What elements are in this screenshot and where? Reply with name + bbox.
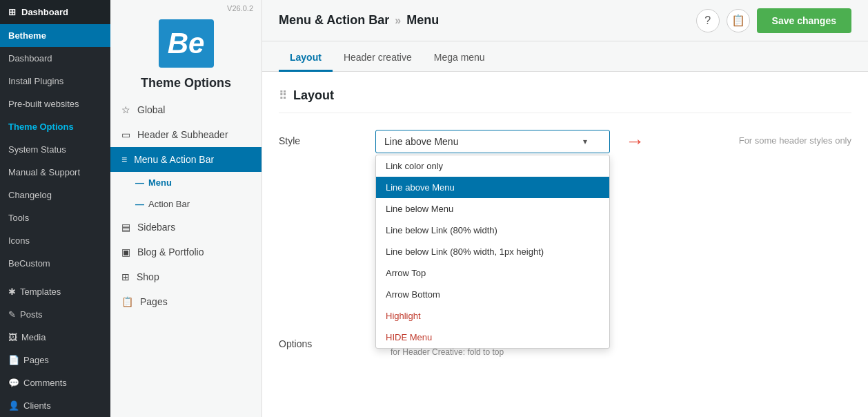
nav-sidebars-label: Sidebars: [137, 222, 175, 233]
submenu-fold-sub: for Header Creative: fold to top: [391, 347, 517, 357]
nav-pages-label: Pages: [140, 296, 168, 307]
nav-item-sidebars[interactable]: ▤ Sidebars: [110, 215, 262, 240]
blog-portfolio-icon: ▣: [121, 246, 130, 258]
version-label: V26.0.2: [110, 0, 262, 12]
style-hint: For some header styles only: [739, 130, 851, 146]
middle-panel: V26.0.2 Be Theme Options ☆ Global ▭ Head…: [110, 0, 262, 417]
sidebar-item-theme-options[interactable]: Theme Options: [0, 115, 110, 138]
posts-icon: ✎: [8, 309, 16, 320]
grid-icon: ⊞: [8, 7, 16, 17]
sidebar-item-changelog[interactable]: Changelog: [0, 184, 110, 206]
top-bar: Menu & Action Bar » Menu ? 📋 Save change…: [262, 0, 868, 41]
notes-icon: 📋: [731, 14, 745, 27]
sidebars-icon: ▤: [121, 222, 130, 233]
tab-mega-menu[interactable]: Mega menu: [423, 45, 496, 72]
dropdown-option-highlight[interactable]: Highlight: [376, 305, 609, 327]
chevron-down-icon: ▾: [583, 137, 587, 146]
sidebar-item-betheme[interactable]: Betheme: [0, 24, 110, 47]
nav-item-pages[interactable]: 📋 Pages: [110, 289, 262, 314]
nav-blog-portfolio-label: Blog & Portfolio: [137, 246, 204, 258]
selection-arrow-indicator: →: [625, 130, 644, 153]
dropdown-option-label: Line below Menu: [386, 204, 453, 214]
pages-nav-icon: 📋: [121, 296, 133, 307]
dropdown-option-label: Line below Link (80% width): [386, 225, 497, 235]
sidebar-becustom-text: BeCustom: [8, 258, 50, 269]
dropdown-option-label: Arrow Bottom: [386, 289, 440, 300]
sidebar-item-clients[interactable]: 👤 Clients: [0, 394, 110, 417]
sidebar-clients-text: Clients: [23, 400, 51, 411]
breadcrumb-separator: »: [395, 14, 401, 27]
sidebar-changelog-text: Changelog: [8, 190, 52, 200]
dropdown-option-line-below-menu[interactable]: Line below Menu: [376, 198, 609, 220]
sidebar-item-becustom[interactable]: BeCustom: [0, 252, 110, 275]
dropdown-option-arrow-bottom[interactable]: Arrow Bottom: [376, 284, 609, 305]
sidebar-item-comments[interactable]: 💬 Comments: [0, 371, 110, 394]
style-form-row: Style Line above Menu ▾ Link color only: [279, 130, 851, 153]
sidebar-media-text: Media: [21, 332, 46, 342]
dropdown-option-line-below-link-80[interactable]: Line below Link (80% width): [376, 220, 609, 241]
dropdown-option-label: Line above Menu: [386, 182, 455, 193]
nav-header-subheader-label: Header & Subheader: [137, 129, 228, 140]
sidebar-pre-built-text: Pre-built websites: [8, 99, 79, 109]
sidebar-item-posts[interactable]: ✎ Posts: [0, 303, 110, 326]
nav-item-menu-action-bar[interactable]: ≡ Menu & Action Bar: [110, 147, 262, 172]
style-select-wrapper: Line above Menu ▾ Link color only Line a…: [375, 130, 610, 153]
layout-section-header: ⠿ Layout: [279, 88, 851, 113]
sidebar-item-tools[interactable]: Tools: [0, 206, 110, 229]
nav-item-global[interactable]: ☆ Global: [110, 97, 262, 122]
tab-header-creative[interactable]: Header creative: [333, 45, 423, 72]
nav-sub-menu[interactable]: — Menu: [110, 172, 262, 193]
sidebar-manual-support-text: Manual & Support: [8, 167, 80, 177]
breadcrumb: Menu & Action Bar » Menu: [279, 13, 439, 28]
dropdown-option-label: Highlight: [386, 311, 421, 321]
sidebar-dashboard-header[interactable]: ⊞ Dashboard: [0, 0, 110, 24]
nav-item-blog-portfolio[interactable]: ▣ Blog & Portfolio: [110, 240, 262, 264]
nav-sub-action-bar[interactable]: — Action Bar: [110, 193, 262, 215]
breadcrumb-sub: Menu: [406, 13, 439, 28]
sidebar-dashboard-label: Dashboard: [21, 7, 68, 17]
tab-layout[interactable]: Layout: [279, 45, 333, 72]
style-select[interactable]: Line above Menu ▾: [375, 130, 610, 153]
comments-icon: 💬: [8, 378, 19, 388]
top-bar-icons: ? 📋 Save changes: [696, 8, 851, 33]
dropdown-option-hide-menu[interactable]: HIDE Menu: [376, 327, 609, 348]
clients-icon: 👤: [8, 400, 19, 411]
notes-button[interactable]: 📋: [727, 9, 750, 32]
sidebar-item-templates[interactable]: ✱ Templates: [0, 280, 110, 303]
sidebar-item-media[interactable]: 🖼 Media: [0, 326, 110, 349]
help-icon: ?: [704, 14, 711, 27]
dropdown-option-line-above-menu[interactable]: Line above Menu: [376, 177, 609, 198]
sidebar-item-manual-support[interactable]: Manual & Support: [0, 161, 110, 184]
sidebar-theme-options-text: Theme Options: [8, 122, 74, 132]
sidebar-posts-text: Posts: [20, 309, 43, 320]
sub-action-bar-dash: —: [135, 199, 144, 209]
style-select-value: Line above Menu: [384, 136, 458, 147]
dropdown-option-line-below-link-80-1px[interactable]: Line below Link (80% width, 1px height): [376, 241, 609, 262]
dropdown-option-arrow-top[interactable]: Arrow Top: [376, 262, 609, 284]
sidebar-comments-text: Comments: [23, 378, 67, 388]
sidebar-item-system-status[interactable]: System Status: [0, 138, 110, 161]
help-button[interactable]: ?: [696, 9, 720, 32]
sidebar-item-dashboard[interactable]: Dashboard: [0, 47, 110, 70]
templates-icon: ✱: [8, 287, 16, 297]
header-subheader-icon: ▭: [121, 129, 130, 140]
sidebar-brand-label: Betheme: [8, 30, 46, 41]
sidebar-pages-text: Pages: [23, 355, 49, 365]
save-changes-button[interactable]: Save changes: [757, 8, 851, 33]
sidebar: ⊞ Dashboard Betheme Dashboard Install Pl…: [0, 0, 110, 417]
dropdown-option-label: Arrow Top: [386, 268, 426, 278]
content-area: ⠿ Layout Style Line above Menu ▾ Link co…: [262, 72, 868, 417]
shop-icon: ⊞: [121, 271, 130, 282]
nav-item-header-subheader[interactable]: ▭ Header & Subheader: [110, 122, 262, 147]
sidebar-tools-text: Tools: [8, 213, 29, 223]
sidebar-item-icons[interactable]: Icons: [0, 229, 110, 252]
nav-item-shop[interactable]: ⊞ Shop: [110, 264, 262, 289]
dropdown-option-link-color-only[interactable]: Link color only: [376, 155, 609, 177]
sidebar-item-pages[interactable]: 📄 Pages: [0, 349, 110, 371]
sidebar-item-pre-built[interactable]: Pre-built websites: [0, 93, 110, 115]
nav-global-label: Global: [137, 104, 165, 115]
style-control-area: Line above Menu ▾ Link color only Line a…: [375, 130, 718, 153]
middle-title: Theme Options: [110, 72, 262, 97]
sidebar-item-install-plugins[interactable]: Install Plugins: [0, 70, 110, 93]
nav-sub-menu-label: Menu: [148, 177, 172, 188]
